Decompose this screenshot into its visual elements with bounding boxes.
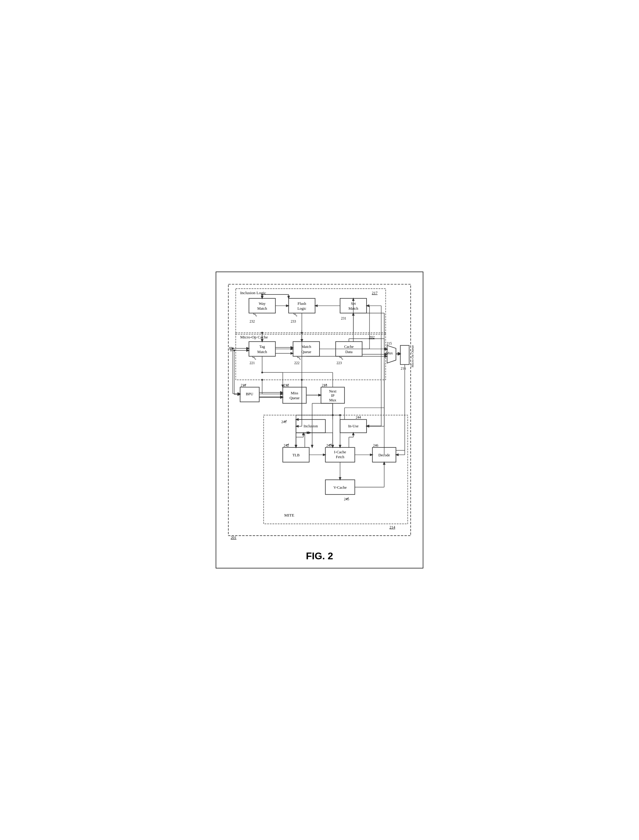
- cache-data-label: Cache: [344, 345, 354, 349]
- page: 201 Inclusion Logic 217 Way Match 232 Fl…: [216, 272, 423, 568]
- ref-231: 231: [341, 317, 347, 321]
- squiggle-222: [297, 356, 301, 359]
- inclusion-logic-box: [236, 289, 386, 334]
- way-match-label: Way: [259, 302, 266, 306]
- ref-211: 211: [241, 383, 246, 387]
- ref-221: 221: [250, 361, 255, 365]
- squiggle-223: [339, 356, 343, 359]
- ref-217: 217: [372, 291, 378, 295]
- svg-text:Logic: Logic: [297, 306, 307, 311]
- mux-label: Mux: [386, 351, 393, 355]
- ref-215: 215: [386, 341, 392, 345]
- flush-logic-label: Flush: [297, 302, 306, 306]
- dot-390-455: [339, 414, 341, 416]
- diagram-svg: 201 Inclusion Logic 217 Way Match 232 Fl…: [226, 281, 413, 546]
- squiggle-233: [294, 313, 297, 316]
- squiggle-221: [253, 356, 256, 359]
- micro-op-queue-label: Micro-Op Queue: [411, 345, 413, 367]
- fig-label: FIG. 2: [226, 550, 413, 562]
- ref-241: 241: [281, 420, 287, 424]
- svg-text:Fetch: Fetch: [336, 455, 345, 459]
- ref-223: 223: [337, 361, 342, 365]
- micro-op-cache-title: Micro-Op Cache: [240, 335, 268, 339]
- miss-queue-label: Miss: [291, 391, 298, 395]
- next-ip-mux-label: Next: [329, 389, 337, 394]
- squiggle-232: [253, 313, 257, 316]
- ref-246: 246: [373, 443, 378, 447]
- i-cache-fetch-label: I-Cache: [334, 450, 347, 454]
- svg-text:Match: Match: [257, 350, 267, 354]
- outer-box-201: [229, 284, 411, 536]
- svg-text:Mux: Mux: [329, 398, 337, 402]
- svg-text:Data: Data: [345, 350, 353, 354]
- ref-222: 222: [294, 361, 300, 365]
- dot-tagmatch-down: [261, 379, 263, 381]
- tag-match-label: Tag: [259, 345, 265, 349]
- inclusion-label: Inclusion: [304, 424, 318, 429]
- ref-244: 244: [356, 415, 361, 419]
- svg-text:IP: IP: [331, 394, 334, 398]
- ref-214: 214: [389, 525, 396, 529]
- ip-text: IP: [229, 347, 232, 350]
- v-cache-label: V-Cache: [334, 485, 347, 490]
- micro-op-queue-block: [401, 346, 409, 365]
- dot-260-175: [301, 332, 303, 334]
- svg-text:Match: Match: [257, 306, 267, 311]
- miss-queue-block: [283, 387, 306, 403]
- mite-box: [264, 415, 408, 524]
- svg-text:Queue: Queue: [301, 350, 311, 354]
- match-queue-label: Match: [302, 345, 312, 349]
- ref-232: 232: [250, 319, 255, 323]
- ref-245: 245: [344, 497, 350, 501]
- bpu-label: BPU: [246, 392, 253, 397]
- dot-175: [261, 332, 263, 334]
- svg-text:Queue: Queue: [289, 396, 300, 400]
- in-use-label: In-Use: [348, 424, 359, 429]
- tlb-label: TLB: [292, 453, 300, 457]
- mite-label: MITE: [285, 513, 294, 518]
- label-201: 201: [230, 536, 237, 540]
- ref-216: 216: [401, 367, 406, 370]
- ref-233: 233: [291, 319, 296, 323]
